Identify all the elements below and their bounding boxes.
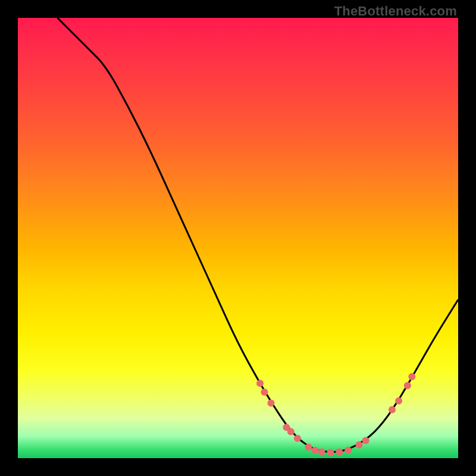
data-marker — [345, 447, 352, 454]
data-marker — [362, 437, 369, 444]
data-marker — [336, 449, 343, 456]
data-marker — [256, 380, 264, 387]
data-marker — [395, 397, 402, 405]
curve-line — [58, 18, 458, 452]
data-marker — [356, 441, 363, 449]
data-marker — [294, 435, 301, 442]
data-marker — [305, 444, 312, 451]
plot-area — [18, 18, 458, 458]
data-marker — [327, 449, 334, 456]
data-marker — [312, 447, 319, 454]
data-marker — [404, 382, 411, 389]
data-marker — [261, 389, 268, 396]
watermark-text: TheBottleneck.com — [334, 4, 457, 19]
data-marker — [318, 449, 325, 456]
data-marker — [268, 400, 275, 407]
data-marker — [287, 428, 295, 436]
data-marker — [389, 406, 396, 414]
bottleneck-curve — [18, 18, 458, 458]
chart-canvas: TheBottleneck.com — [0, 0, 476, 476]
data-marker — [408, 373, 415, 380]
